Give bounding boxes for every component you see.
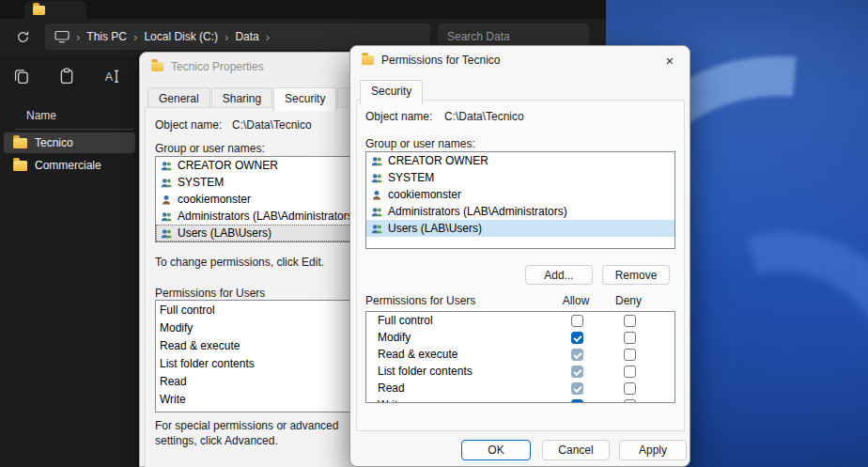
- group-list: CREATOR OWNER SYSTEM cookiemonster Admin…: [365, 151, 675, 249]
- group-name: CREATOR OWNER: [388, 154, 488, 167]
- group-user-names-label: Group or user names:: [155, 142, 265, 155]
- permissions-dialog-title: Permissions for Tecnico: [381, 54, 501, 67]
- permission-name: Full control: [366, 314, 552, 327]
- group-list-item[interactable]: SYSTEM: [366, 169, 674, 186]
- properties-dialog-title: Tecnico Properties: [171, 60, 264, 73]
- svg-text:A: A: [105, 70, 114, 84]
- remove-button[interactable]: Remove: [602, 265, 670, 285]
- this-pc-icon: [54, 30, 70, 43]
- permission-row-clipped: Write: [366, 397, 674, 403]
- group-list-item[interactable]: CREATOR OWNER: [366, 152, 674, 169]
- breadcrumb-chevron-icon: ›: [266, 31, 270, 43]
- allow-checkbox[interactable]: [571, 315, 583, 327]
- edit-hint-text: To change permissions, click Edit.: [155, 256, 324, 269]
- add-button[interactable]: Add...: [525, 265, 593, 285]
- object-name-label: Object name:: [365, 110, 432, 123]
- close-button[interactable]: ×: [650, 46, 690, 74]
- allow-checkbox: [571, 349, 583, 361]
- deny-column-header: Deny: [615, 294, 642, 307]
- nav-item-commerciale[interactable]: Commerciale: [4, 155, 135, 176]
- group-list-item[interactable]: Administrators (LAB\Administrators): [366, 203, 674, 220]
- advanced-hint-text: For special permissions or advanced sett…: [155, 419, 366, 448]
- column-divider: [15, 129, 133, 130]
- breadcrumb-item-local-disk[interactable]: Local Disk (C:): [144, 30, 218, 43]
- copy-icon: [13, 68, 30, 85]
- group-icon: [160, 227, 173, 240]
- object-name-value: C:\Data\Tecnico: [444, 110, 524, 123]
- group-name: Administrators (LAB\Administrators): [178, 210, 357, 223]
- cancel-button[interactable]: Cancel: [542, 440, 610, 460]
- group-name: Users (LAB\Users): [388, 222, 482, 235]
- folder-icon: [151, 62, 163, 71]
- permission-name: List folder contents: [160, 357, 255, 370]
- permission-name: Read & execute: [366, 348, 552, 361]
- permission-name: Write: [160, 393, 186, 406]
- ok-button[interactable]: OK: [461, 440, 531, 460]
- apply-button[interactable]: Apply: [619, 440, 687, 460]
- paste-button[interactable]: [54, 64, 79, 88]
- group-name: CREATOR OWNER: [178, 159, 278, 172]
- object-name-value: C:\Data\Tecnico: [232, 118, 312, 132]
- rename-button[interactable]: A: [100, 64, 124, 88]
- paste-icon: [58, 68, 75, 85]
- group-icon: [160, 177, 173, 189]
- copy-button[interactable]: [9, 64, 34, 88]
- group-name: Administrators (LAB\Administrators): [388, 205, 567, 218]
- permission-name: Modify: [366, 331, 552, 344]
- nav-item-label: Commerciale: [35, 159, 101, 172]
- tab-security[interactable]: Security: [360, 80, 423, 104]
- user-icon: [160, 194, 173, 206]
- permissions-list: Full control Modify Read & execute List …: [365, 311, 675, 403]
- deny-checkbox[interactable]: [624, 349, 636, 361]
- name-column-header[interactable]: Name: [26, 109, 56, 122]
- deny-checkbox[interactable]: [624, 315, 636, 327]
- group-icon: [370, 155, 383, 167]
- permission-row: List folder contents: [366, 363, 674, 380]
- group-icon: [370, 223, 383, 235]
- refresh-button[interactable]: [11, 25, 34, 48]
- permission-name: Read: [160, 375, 187, 388]
- breadcrumb-chevron-icon: ›: [133, 31, 137, 43]
- allow-checkbox[interactable]: [571, 399, 583, 404]
- deny-checkbox[interactable]: [624, 332, 636, 344]
- folder-icon: [13, 161, 27, 171]
- breadcrumb-chevron-icon: ›: [76, 31, 80, 43]
- permissions-for-users-label: Permissions for Users: [155, 287, 265, 300]
- deny-checkbox[interactable]: [624, 382, 636, 395]
- object-name-label: Object name:: [155, 118, 222, 132]
- group-list-item[interactable]: cookiemonster: [366, 186, 674, 203]
- permission-row: Read: [366, 380, 674, 397]
- group-icon: [160, 210, 173, 223]
- breadcrumb-item-data[interactable]: Data: [235, 30, 258, 43]
- folder-icon: [13, 138, 27, 148]
- permission-row: Read & execute: [366, 346, 674, 363]
- allow-checkbox: [571, 366, 583, 378]
- breadcrumb-item-this-pc[interactable]: This PC: [86, 30, 127, 43]
- group-user-names-label: Group or user names:: [365, 137, 475, 150]
- allow-column-header: Allow: [563, 294, 590, 307]
- breadcrumb-chevron-icon: ›: [225, 31, 228, 43]
- permissions-dialog: Permissions for Tecnico × Security Objec…: [349, 45, 690, 467]
- deny-checkbox[interactable]: [624, 366, 636, 378]
- permission-name: Read & execute: [160, 339, 240, 352]
- explorer-titlebar[interactable]: [0, 0, 606, 19]
- permissions-header-row: Permissions for Users Allow Deny: [365, 294, 675, 307]
- search-input[interactable]: [447, 30, 593, 43]
- deny-checkbox[interactable]: [624, 399, 636, 404]
- allow-checkbox: [571, 382, 583, 395]
- group-icon: [160, 160, 173, 172]
- permission-row: Full control: [366, 312, 674, 329]
- group-list-item-selected[interactable]: Users (LAB\Users): [366, 220, 674, 237]
- group-name: SYSTEM: [388, 171, 434, 184]
- permission-row: Modify: [366, 329, 674, 346]
- group-name: cookiemonster: [388, 188, 461, 201]
- permission-name: Full control: [160, 304, 215, 317]
- nav-item-tecnico[interactable]: Tecnico: [4, 132, 135, 153]
- explorer-tab[interactable]: [24, 1, 86, 19]
- permissions-dialog-titlebar[interactable]: Permissions for Tecnico: [350, 46, 690, 74]
- allow-checkbox[interactable]: [571, 332, 583, 344]
- group-name: Users (LAB\Users): [178, 226, 271, 240]
- permission-name: List folder contents: [366, 365, 552, 378]
- permission-name: Modify: [160, 321, 193, 335]
- tab-security[interactable]: Security: [273, 87, 336, 112]
